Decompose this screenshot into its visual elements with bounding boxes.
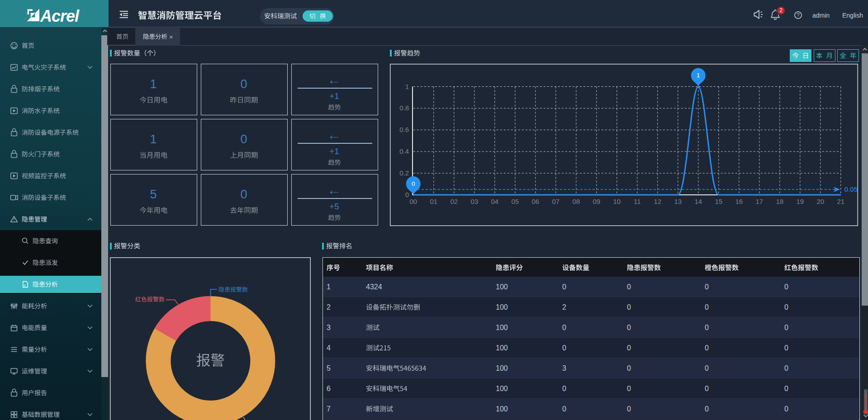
svg-text:0.8: 0.8 [399,104,409,112]
svg-text:19: 19 [796,198,804,205]
svg-text:10: 10 [613,198,621,205]
svg-text:0.05: 0.05 [844,185,858,193]
svg-text:04: 04 [491,198,498,205]
svg-text:08: 08 [572,198,580,205]
svg-text:06: 06 [531,198,539,205]
svg-text:11: 11 [634,198,641,205]
svg-text:0.4: 0.4 [399,147,409,155]
svg-text:15: 15 [715,198,722,205]
svg-text:00: 00 [409,198,417,205]
svg-text:20: 20 [816,198,824,205]
svg-text:0: 0 [412,180,415,187]
svg-text:0.2: 0.2 [399,169,409,177]
svg-text:17: 17 [755,198,763,205]
svg-text:13: 13 [674,198,682,205]
svg-text:02: 02 [450,198,458,205]
svg-text:18: 18 [776,198,783,205]
svg-text:01: 01 [430,198,437,205]
svg-text:03: 03 [470,198,478,205]
svg-text:14: 14 [694,198,702,205]
svg-text:0: 0 [405,191,409,198]
svg-text:1: 1 [405,83,409,90]
svg-text:16: 16 [735,198,743,205]
svg-text:1: 1 [697,72,700,79]
svg-text:12: 12 [654,198,661,205]
svg-text:07: 07 [552,198,560,205]
svg-text:21: 21 [837,198,844,205]
svg-text:0.6: 0.6 [399,126,409,133]
svg-text:05: 05 [511,198,519,205]
svg-text:09: 09 [593,198,600,205]
